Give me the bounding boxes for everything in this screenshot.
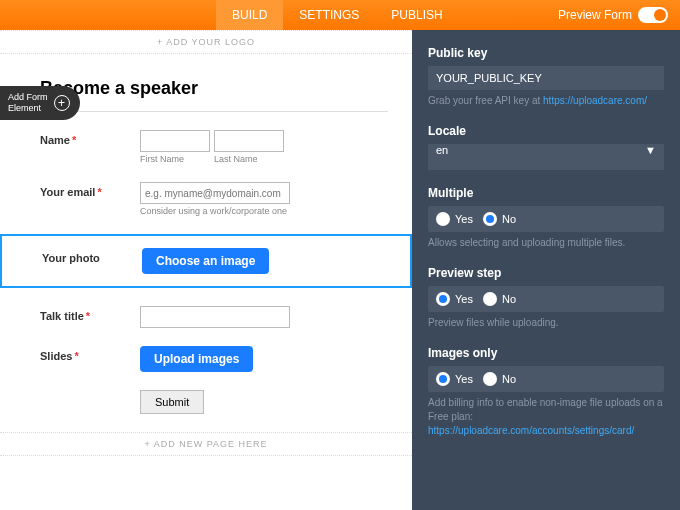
email-label: Your email (40, 186, 95, 198)
preview-label: Preview Form (558, 8, 632, 22)
tab-build[interactable]: BUILD (216, 0, 283, 30)
multiple-no-radio[interactable]: No (483, 212, 516, 226)
last-name-input[interactable] (214, 130, 284, 152)
preview-step-label: Preview step (428, 266, 664, 280)
images-only-label: Images only (428, 346, 664, 360)
images-yes-radio[interactable]: Yes (436, 372, 473, 386)
public-key-input[interactable] (428, 66, 664, 90)
add-form-element-button[interactable]: Add Form Element + (0, 86, 80, 120)
locale-label: Locale (428, 124, 664, 138)
preview-no-radio[interactable]: No (483, 292, 516, 306)
name-label: Name (40, 134, 70, 146)
choose-image-button[interactable]: Choose an image (142, 248, 269, 274)
images-no-radio[interactable]: No (483, 372, 516, 386)
add-page-zone[interactable]: + ADD NEW PAGE HERE (0, 432, 412, 456)
form-title: Become a speaker (40, 78, 388, 99)
submit-button[interactable]: Submit (140, 390, 204, 414)
plus-icon: + (54, 95, 70, 111)
billing-link[interactable]: https://uploadcare.com/accounts/settings… (428, 425, 634, 436)
multiple-label: Multiple (428, 186, 664, 200)
api-key-link[interactable]: https://uploadcare.com/ (543, 95, 647, 106)
talk-title-label: Talk title (40, 310, 84, 322)
upload-images-button[interactable]: Upload images (140, 346, 253, 372)
first-name-input[interactable] (140, 130, 210, 152)
talk-title-input[interactable] (140, 306, 290, 328)
add-logo-zone[interactable]: + ADD YOUR LOGO (0, 30, 412, 54)
slides-label: Slides (40, 350, 72, 362)
locale-select[interactable]: en▼ (428, 144, 664, 170)
photo-label: Your photo (42, 248, 142, 264)
tab-publish[interactable]: PUBLISH (375, 0, 458, 30)
multiple-yes-radio[interactable]: Yes (436, 212, 473, 226)
preview-yes-radio[interactable]: Yes (436, 292, 473, 306)
email-input[interactable] (140, 182, 290, 204)
public-key-label: Public key (428, 46, 664, 60)
tab-settings[interactable]: SETTINGS (283, 0, 375, 30)
preview-toggle[interactable] (638, 7, 668, 23)
